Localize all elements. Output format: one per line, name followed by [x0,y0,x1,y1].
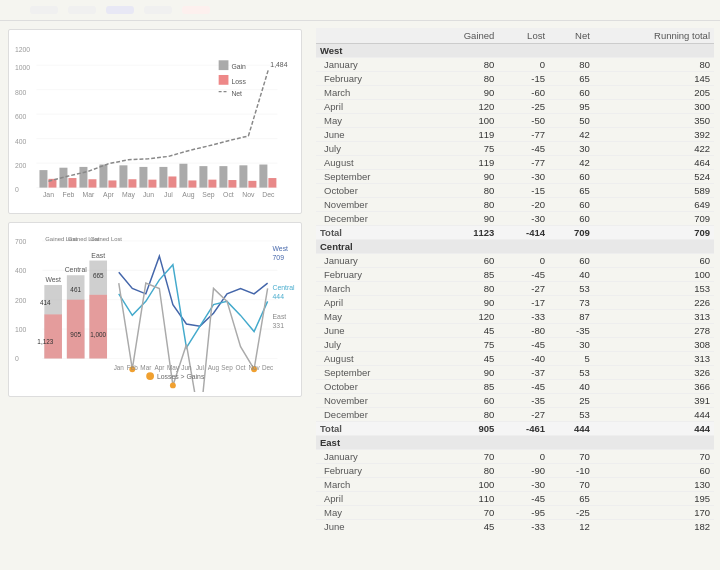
gained-cell: 45 [426,520,499,534]
net-cell: 42 [549,128,594,142]
lost-cell: -30 [498,478,549,492]
svg-rect-26 [168,176,176,187]
net-cell: 87 [549,310,594,324]
svg-text:Sep: Sep [221,364,233,372]
net-cell: -10 [549,464,594,478]
running-cell: 589 [594,184,714,198]
gained-cell: 90 [426,86,499,100]
table-row: October 85 -45 40 366 [316,380,714,394]
svg-text:Losses > Gains: Losses > Gains [157,373,205,380]
month-cell: April [316,296,426,310]
lost-cell: -45 [498,142,549,156]
svg-rect-35 [259,165,267,188]
col-net: Net [549,28,594,44]
gained-cell: 119 [426,156,499,170]
total-row: Total 905 -461 444 444 [316,422,714,436]
month-cell: February [316,268,426,282]
svg-text:Feb: Feb [63,191,75,198]
month-cell: January [316,254,426,268]
lost-cell: -35 [498,394,549,408]
month-cell: February [316,72,426,86]
svg-text:Apr: Apr [103,191,114,199]
month-cell: May [316,114,426,128]
table-row: April 120 -25 95 300 [316,100,714,114]
svg-rect-23 [139,167,147,188]
section-header: East [316,436,714,450]
table-row: November 80 -20 60 649 [316,198,714,212]
svg-text:Central: Central [273,284,296,291]
svg-text:Central: Central [65,266,88,273]
svg-text:Loss: Loss [231,78,246,85]
lost-cell: -45 [498,380,549,394]
net-cell: 40 [549,380,594,394]
col-gained: Gained [426,28,499,44]
net-cell: -35 [549,324,594,338]
running-cell: 709 [594,212,714,226]
lost-cell: -15 [498,72,549,86]
right-panel[interactable]: Gained Lost Net Running total West Janua… [310,21,720,533]
svg-text:1,484: 1,484 [270,61,287,68]
running-cell: 313 [594,352,714,366]
svg-text:Nov: Nov [242,191,255,198]
month-cell: November [316,394,426,408]
month-cell: January [316,58,426,72]
table-row: December 80 -27 53 444 [316,408,714,422]
running-cell: 524 [594,170,714,184]
svg-text:700: 700 [15,238,27,245]
kpi-net [106,6,134,14]
svg-text:400: 400 [15,138,27,145]
month-cell: January [316,450,426,464]
svg-text:Jan: Jan [114,364,125,371]
month-cell: March [316,282,426,296]
left-panel: 0 200 400 600 800 1000 1200 [0,21,310,533]
gained-cell: 75 [426,142,499,156]
svg-text:Dec: Dec [262,364,274,371]
running-cell: 226 [594,296,714,310]
lost-cell: -27 [498,282,549,296]
gained-cell: 80 [426,408,499,422]
total-net: 709 [549,226,594,240]
net-cell: 50 [549,114,594,128]
gained-cell: 90 [426,366,499,380]
running-cell: 170 [594,506,714,520]
lost-cell: -45 [498,268,549,282]
net-cell: 12 [549,520,594,534]
net-cell: 80 [549,58,594,72]
lost-cell: -50 [498,114,549,128]
svg-rect-67 [44,314,62,358]
svg-text:Aug: Aug [208,364,220,372]
svg-rect-49 [219,60,229,70]
gained-cell: 90 [426,212,499,226]
gained-cell: 45 [426,324,499,338]
kpi-worst-month [182,6,210,14]
table-row: March 90 -60 60 205 [316,86,714,100]
month-cell: October [316,380,426,394]
lost-cell: -45 [498,338,549,352]
svg-rect-19 [99,165,107,188]
table-row: June 45 -33 12 182 [316,520,714,534]
svg-rect-34 [248,181,256,188]
svg-text:1,123: 1,123 [37,338,53,345]
kpi-best-month [144,6,172,14]
table-row: July 75 -45 30 308 [316,338,714,352]
lost-cell: 0 [498,450,549,464]
month-cell: March [316,478,426,492]
running-cell: 391 [594,394,714,408]
bottom-chart-section: 0 100 200 400 700 West 414 1,123 Central… [8,220,302,397]
svg-text:709: 709 [273,254,285,261]
month-cell: June [316,324,426,338]
month-cell: April [316,100,426,114]
running-cell: 100 [594,268,714,282]
month-cell: March [316,86,426,100]
lost-cell: -33 [498,310,549,324]
bottom-chart-area: 0 100 200 400 700 West 414 1,123 Central… [8,222,302,397]
table-row: February 80 -90 -10 60 [316,464,714,478]
running-cell: 350 [594,114,714,128]
top-chart-section: 0 200 400 600 800 1000 1200 [8,27,302,214]
gained-cell: 60 [426,254,499,268]
svg-rect-24 [148,180,156,188]
table-row: June 119 -77 42 392 [316,128,714,142]
section-header: West [316,44,714,58]
table-row: May 70 -95 -25 170 [316,506,714,520]
gained-cell: 80 [426,198,499,212]
